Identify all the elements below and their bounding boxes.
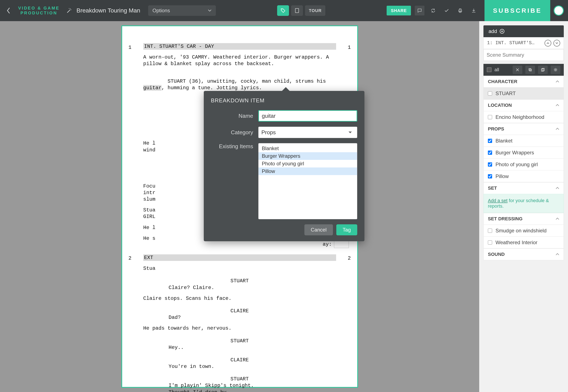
chevron-left-icon xyxy=(7,7,10,14)
action-paragraph[interactable]: A worn-out, '93 CAMRY. Weathered interio… xyxy=(143,54,336,67)
approve-button[interactable] xyxy=(442,6,452,15)
list-item[interactable]: Photo of young girl xyxy=(259,160,357,168)
character-cue[interactable]: STUART xyxy=(143,338,336,344)
chevron-up-icon xyxy=(555,218,559,220)
item-checkbox[interactable] xyxy=(488,151,492,155)
character-cue[interactable]: CLAIRE xyxy=(143,357,336,363)
item-label: Weathered Interior xyxy=(496,239,537,245)
chevron-up-icon xyxy=(555,187,559,189)
select-all-checkbox[interactable] xyxy=(487,68,491,72)
category-item[interactable]: Smudge on windshield xyxy=(484,225,564,237)
category-header[interactable]: SET xyxy=(484,182,564,194)
svg-point-1 xyxy=(71,10,71,10)
item-label: Photo of young girl xyxy=(496,162,538,168)
subscribe-button[interactable]: SUBSCRIBE xyxy=(485,0,550,21)
action-paragraph[interactable]: He pads towards her, nervous. xyxy=(143,325,336,332)
gear-icon xyxy=(554,68,557,72)
duplicate-icon xyxy=(541,68,545,72)
item-checkbox[interactable] xyxy=(488,174,492,179)
list-item[interactable]: Burger Wrappers xyxy=(259,152,357,160)
sync-button[interactable] xyxy=(428,6,438,15)
dialogue[interactable]: You're in town. xyxy=(169,363,336,370)
chevron-up-icon xyxy=(555,80,559,83)
name-input[interactable] xyxy=(258,110,357,122)
breakdown-sidebar: add 1: INT. STUART'S… all xyxy=(479,21,568,392)
clear-selection-button[interactable] xyxy=(513,66,522,74)
dialogue[interactable]: Claire? Claire. xyxy=(169,284,336,291)
dialogue[interactable]: I'm playin' Skipp's tonight. xyxy=(169,382,336,389)
scene-heading[interactable]: EXT xyxy=(143,254,336,261)
category-item[interactable]: Weathered Interior xyxy=(484,237,564,248)
page-mode-button[interactable] xyxy=(291,5,303,16)
magic-wand-button[interactable] xyxy=(65,7,73,14)
user-avatar[interactable] xyxy=(554,5,564,16)
chevron-up-icon xyxy=(555,128,559,130)
category-item[interactable]: Pillow xyxy=(484,170,564,182)
tour-button[interactable]: TOUR xyxy=(305,5,325,16)
view-mode-group: TOUR xyxy=(277,5,325,16)
scene-summary-input[interactable] xyxy=(484,49,564,61)
add-item-button[interactable]: add xyxy=(484,25,564,37)
prev-scene-button[interactable] xyxy=(544,40,551,46)
chevron-down-icon xyxy=(208,9,212,12)
item-checkbox[interactable] xyxy=(488,91,492,96)
item-checkbox[interactable] xyxy=(488,162,492,167)
close-icon xyxy=(516,68,519,72)
share-button[interactable]: SHARE xyxy=(387,6,411,15)
action-paragraph[interactable]: Stua xyxy=(143,265,336,272)
dialogue[interactable]: Thought I'd drop by. xyxy=(169,389,336,392)
tag-mode-button[interactable] xyxy=(277,5,289,16)
modal-title: BREAKDOWN ITEM xyxy=(211,97,357,104)
item-checkbox[interactable] xyxy=(488,240,492,245)
dialogue[interactable]: Hey.. xyxy=(169,344,336,351)
scene-heading[interactable]: INT. STUART'S CAR - DAY xyxy=(143,43,336,50)
next-scene-button[interactable] xyxy=(554,40,560,46)
category-header[interactable]: CHARACTER xyxy=(484,76,564,87)
category-item[interactable]: Blanket xyxy=(484,135,564,147)
svg-point-0 xyxy=(70,8,71,9)
settings-button[interactable] xyxy=(551,66,560,74)
category-item[interactable]: STUART xyxy=(484,87,564,99)
tag-button[interactable]: Tag xyxy=(336,224,357,235)
svg-point-3 xyxy=(282,9,282,10)
category-item[interactable]: Burger Wrappers xyxy=(484,147,564,159)
copy-button[interactable] xyxy=(525,66,535,74)
day-input[interactable] xyxy=(334,241,349,248)
existing-items-label: Existing Items xyxy=(211,143,253,150)
top-bar: VIDEO & GAME PRODUCTION Breakdown Tourin… xyxy=(0,0,568,21)
set-note[interactable]: Add a set for your schedule & reports. xyxy=(484,194,564,213)
list-item[interactable]: Blanket xyxy=(259,145,357,152)
comments-button[interactable] xyxy=(415,6,425,15)
existing-items-list[interactable]: BlanketBurger WrappersPhoto of young gir… xyxy=(258,143,357,219)
category-header[interactable]: SET DRESSING xyxy=(484,213,564,225)
print-button[interactable] xyxy=(455,6,465,15)
options-label: Options xyxy=(152,8,170,14)
tagged-word[interactable]: guitar xyxy=(143,85,162,91)
cancel-button[interactable]: Cancel xyxy=(305,224,333,235)
action-paragraph[interactable]: Claire stops. Scans his face. xyxy=(143,295,336,302)
download-button[interactable] xyxy=(469,6,479,15)
item-checkbox[interactable] xyxy=(488,229,492,233)
character-cue[interactable]: STUART xyxy=(143,376,336,382)
scene-nav-label: 1: INT. STUART'S… xyxy=(487,40,542,46)
options-dropdown[interactable]: Options xyxy=(148,5,216,16)
category-header[interactable]: SOUND xyxy=(484,248,564,260)
day-field: ay: xyxy=(323,241,348,248)
svg-rect-6 xyxy=(459,9,461,10)
category-item[interactable]: Encino Neighborhood xyxy=(484,111,564,123)
character-cue[interactable]: CLAIRE xyxy=(143,308,336,314)
modal-pointer xyxy=(282,87,290,91)
item-checkbox[interactable] xyxy=(488,139,492,143)
list-item[interactable]: Pillow xyxy=(259,168,357,175)
character-cue[interactable]: STUART xyxy=(143,278,336,284)
category-item[interactable]: Photo of young girl xyxy=(484,159,564,170)
category-header[interactable]: PROPS xyxy=(484,123,564,135)
category-select[interactable]: Props xyxy=(258,127,357,138)
duplicate-button[interactable] xyxy=(538,66,548,74)
back-button[interactable] xyxy=(4,6,13,15)
category-label: Category xyxy=(211,129,253,136)
item-checkbox[interactable] xyxy=(488,115,492,119)
dialogue[interactable]: Dad? xyxy=(169,314,336,321)
page-icon xyxy=(295,8,299,13)
category-header[interactable]: LOCATION xyxy=(484,99,564,111)
